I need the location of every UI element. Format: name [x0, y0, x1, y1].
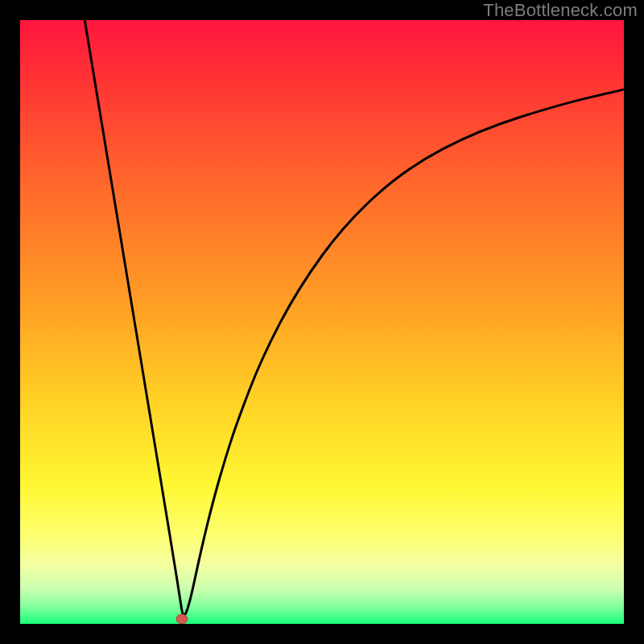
minimum-marker [176, 614, 188, 624]
chart-frame: TheBottleneck.com [0, 0, 644, 644]
attribution-label: TheBottleneck.com [483, 0, 638, 21]
bottleneck-chart [20, 20, 624, 624]
gradient-background [20, 20, 624, 624]
plot-area [20, 20, 624, 624]
